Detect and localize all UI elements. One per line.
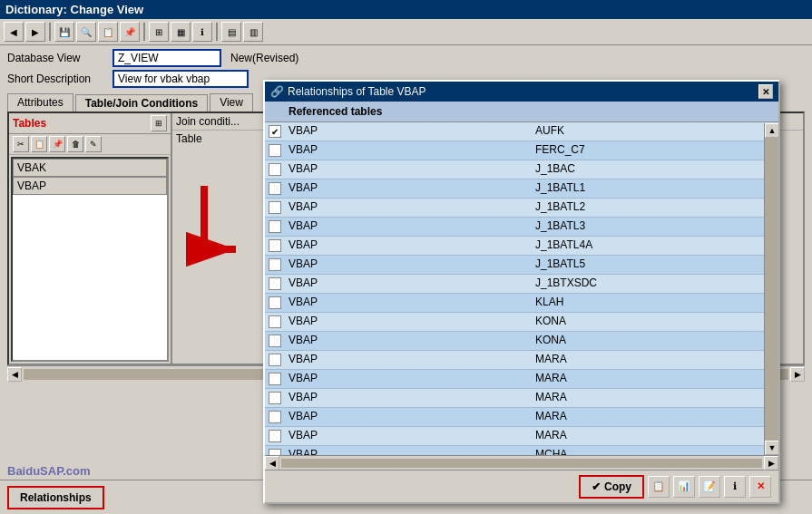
table-item-vbap[interactable]: VBAP (13, 177, 167, 195)
panel-tb2[interactable]: 📋 (31, 136, 47, 152)
modal-checkbox[interactable] (265, 409, 285, 425)
modal-checkbox[interactable] (265, 257, 285, 273)
modal-cell-ref: MCHA (532, 447, 778, 455)
find-btn[interactable]: 🔍 (76, 22, 96, 42)
modal-row[interactable]: VBAPJ_1BATL4A (265, 237, 778, 256)
db-view-input[interactable] (113, 49, 221, 67)
arrange-btn[interactable]: ⊞ (149, 22, 169, 42)
info-btn[interactable]: ℹ (192, 22, 212, 42)
modal-row[interactable]: VBAPKONA (265, 313, 778, 332)
modal-checkbox[interactable] (265, 352, 285, 368)
select-all-btn[interactable]: ▦ (171, 22, 191, 42)
footer-btn4[interactable]: ℹ (724, 476, 746, 498)
scroll-down-btn[interactable]: ▼ (765, 441, 778, 455)
app-title: Dictionary: Change View (5, 3, 143, 16)
modal-row[interactable]: VBAPMARA (265, 427, 778, 446)
tab-view[interactable]: View (210, 93, 253, 112)
modal-row[interactable]: VBAPJ_1BAC (265, 160, 778, 179)
modal-cell-ref: J_1BATL5 (532, 257, 778, 273)
modal-checkbox[interactable] (265, 199, 285, 216)
modal-checkbox[interactable] (265, 371, 285, 387)
layout2-btn[interactable]: ▥ (243, 22, 263, 42)
scroll-right-btn[interactable]: ▶ (790, 367, 805, 382)
modal-row[interactable]: VBAPMCHA (265, 446, 778, 455)
modal-cell-table: VBAP (285, 295, 532, 311)
tables-panel-btn[interactable]: ⊞ (151, 115, 167, 131)
short-desc-input[interactable] (113, 70, 249, 88)
scroll-left-btn[interactable]: ◀ (7, 367, 22, 382)
modal-cell-table: VBAP (285, 142, 532, 159)
footer-close-btn[interactable]: ✕ (749, 476, 771, 498)
modal-row[interactable]: VBAPMARA (265, 351, 778, 370)
panel-tb5[interactable]: ✎ (85, 136, 102, 152)
modal-checkbox[interactable] (265, 333, 285, 349)
modal-row[interactable]: VBAPFERC_C7 (265, 141, 778, 160)
panel-tb3[interactable]: 📌 (49, 136, 65, 152)
scroll-up-btn[interactable]: ▲ (765, 123, 778, 138)
modal-row[interactable]: VBAPMARA (265, 408, 778, 427)
h-modal-track[interactable] (281, 459, 762, 468)
tables-list: VBAK VBAP (11, 157, 169, 362)
modal-row[interactable]: VBAPMARA (265, 370, 778, 389)
modal-checkbox[interactable]: ✔ (265, 123, 285, 140)
back-btn[interactable]: ◀ (4, 22, 24, 42)
modal-cell-table: VBAP (285, 257, 532, 273)
panel-tb1[interactable]: ✂ (13, 136, 29, 152)
modal-row[interactable]: VBAPJ_1BTXSDC (265, 275, 778, 294)
forward-btn[interactable]: ▶ (25, 22, 45, 42)
copy-button[interactable]: ✔ Copy (579, 475, 644, 499)
modal-title-left: 🔗 Relationships of Table VBAP (270, 85, 426, 98)
modal-row[interactable]: VBAPJ_1BATL5 (265, 256, 778, 275)
footer-btn3[interactable]: 📝 (699, 476, 720, 498)
modal-checkbox[interactable] (265, 314, 285, 330)
modal-checkbox[interactable] (265, 447, 285, 455)
modal-row[interactable]: VBAPKLAH (265, 294, 778, 313)
footer-btn1[interactable]: 📋 (648, 476, 670, 498)
modal-cell-ref: J_1BAC (532, 161, 778, 178)
modal-scrollbar-h[interactable]: ◀ ▶ (265, 455, 778, 470)
paste-btn[interactable]: 📌 (120, 22, 140, 42)
modal-cell-table: VBAP (285, 199, 532, 216)
panel-tb4[interactable]: 🗑 (67, 136, 83, 152)
watermark: BaiduSAP.com (7, 464, 91, 478)
modal-row[interactable]: VBAPKONA (265, 332, 778, 351)
modal-cell-table: VBAP (285, 428, 532, 444)
modal-row[interactable]: VBAPJ_1BATL1 (265, 179, 778, 199)
modal-scroll-left[interactable]: ◀ (265, 456, 279, 470)
modal-row[interactable]: VBAPJ_1BATL2 (265, 199, 778, 218)
short-desc-label: Short Description (7, 73, 107, 85)
modal-checkbox[interactable] (265, 161, 285, 178)
modal-checkbox[interactable] (265, 276, 285, 292)
modal-row[interactable]: VBAPJ_1BATL3 (265, 218, 778, 237)
modal-cell-table: VBAP (285, 161, 532, 178)
layout1-btn[interactable]: ▤ (221, 22, 241, 42)
modal-cell-ref: KLAH (532, 295, 778, 311)
table-item-vbak[interactable]: VBAK (13, 159, 167, 177)
modal-scrollbar-v[interactable]: ▲ ▼ (764, 123, 778, 455)
tab-join-conditions[interactable]: Table/Join Conditions (75, 94, 208, 112)
modal-checkbox[interactable] (265, 218, 285, 235)
modal-checkbox[interactable] (265, 180, 285, 197)
modal-checkbox[interactable] (265, 238, 285, 254)
modal-cell-ref: MARA (532, 352, 778, 368)
modal-dialog: 🔗 Relationships of Table VBAP ✕ Referenc… (263, 80, 780, 504)
modal-checkbox[interactable] (265, 142, 285, 159)
modal-table-body[interactable]: ✔VBAPAUFKVBAPFERC_C7VBAPJ_1BACVBAPJ_1BAT… (265, 122, 778, 455)
save-btn[interactable]: 💾 (54, 22, 74, 42)
modal-checkbox[interactable] (265, 428, 285, 444)
tables-panel: Tables ⊞ ✂ 📋 📌 🗑 ✎ VBAK VBAP (9, 113, 172, 364)
tab-attributes[interactable]: Attributes (7, 93, 73, 112)
modal-cell-ref: J_1BATL4A (532, 238, 778, 254)
modal-close-btn[interactable]: ✕ (758, 84, 773, 99)
modal-row[interactable]: ✔VBAPAUFK (265, 122, 778, 141)
modal-cell-table: VBAP (285, 314, 532, 330)
copy-btn[interactable]: 📋 (98, 22, 118, 42)
relationships-button[interactable]: Relationships (7, 486, 104, 509)
footer-btn2[interactable]: 📊 (673, 476, 695, 498)
modal-cell-table: VBAP (285, 218, 532, 235)
modal-row[interactable]: VBAPMARA (265, 389, 778, 408)
modal-scroll-right[interactable]: ▶ (764, 456, 778, 470)
modal-checkbox[interactable] (265, 390, 285, 406)
modal-checkbox[interactable] (265, 295, 285, 311)
v-scroll-track[interactable] (765, 138, 778, 441)
